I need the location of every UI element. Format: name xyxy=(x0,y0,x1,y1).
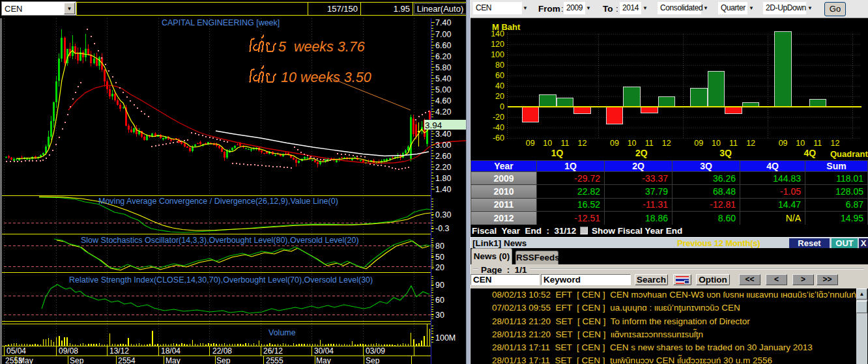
svg-text:3.00: 3.00 xyxy=(435,141,451,150)
svg-text:10 weeks 3.50: 10 weeks 3.50 xyxy=(281,70,371,85)
svg-text:2555: 2555 xyxy=(266,356,283,364)
svg-text:Sep: Sep xyxy=(366,356,380,364)
svg-text:11: 11 xyxy=(645,139,654,148)
svg-text:3.94: 3.94 xyxy=(425,120,442,130)
svg-text:11: 11 xyxy=(813,139,822,148)
svg-text:90: 90 xyxy=(435,281,444,290)
svg-text:6.20: 6.20 xyxy=(435,52,451,61)
svg-text:12: 12 xyxy=(578,139,587,148)
svg-text:2Q: 2Q xyxy=(635,148,648,158)
svg-text:09: 09 xyxy=(694,139,703,148)
svg-text:Relative Strength Index(CLOSE,: Relative Strength Index(CLOSE,14,30,70),… xyxy=(69,275,373,285)
svg-text:2.20: 2.20 xyxy=(435,163,451,172)
svg-text:12: 12 xyxy=(746,139,755,148)
svg-text:40: 40 xyxy=(495,81,504,91)
svg-text:M Baht: M Baht xyxy=(492,22,521,32)
svg-text:60: 60 xyxy=(495,71,504,80)
svg-text:11: 11 xyxy=(729,139,738,148)
svg-text:1.80: 1.80 xyxy=(435,174,451,183)
svg-text:3.40: 3.40 xyxy=(435,130,451,139)
svg-text:1Q: 1Q xyxy=(551,148,564,158)
svg-text:20: 20 xyxy=(435,263,444,272)
svg-text:5.40: 5.40 xyxy=(435,74,451,83)
svg-text:Sep: Sep xyxy=(216,356,231,364)
svg-text:-40: -40 xyxy=(493,123,504,132)
svg-text:7.40: 7.40 xyxy=(435,18,451,27)
svg-text:80: 80 xyxy=(435,242,444,251)
svg-text:09/08: 09/08 xyxy=(59,346,78,356)
svg-text:Slow Stochastics Oscillator(14: Slow Stochastics Oscillator(14,3,3),Over… xyxy=(81,236,359,245)
svg-text:May: May xyxy=(166,356,181,364)
svg-text:03/09: 03/09 xyxy=(366,346,385,356)
svg-text:Volume: Volume xyxy=(268,328,296,337)
svg-text:1.40: 1.40 xyxy=(435,185,451,194)
svg-text:6.60: 6.60 xyxy=(435,41,451,50)
svg-text:10: 10 xyxy=(628,139,637,148)
svg-text:26/12: 26/12 xyxy=(263,346,283,356)
svg-text:50: 50 xyxy=(435,253,444,262)
svg-text:May: May xyxy=(18,356,33,364)
svg-text:4Q: 4Q xyxy=(804,148,817,158)
svg-text:0.30: 0.30 xyxy=(435,210,451,219)
svg-text:-0.3: -0.3 xyxy=(435,224,450,233)
svg-text:CAPITAL ENGINEERING [week]: CAPITAL ENGINEERING [week] xyxy=(162,18,280,27)
svg-text:30/04: 30/04 xyxy=(314,346,334,356)
svg-text:09: 09 xyxy=(526,139,535,148)
svg-text:18/04: 18/04 xyxy=(161,346,181,356)
svg-text:2.60: 2.60 xyxy=(435,152,451,161)
svg-text:4.60: 4.60 xyxy=(435,96,451,105)
svg-text:22/08: 22/08 xyxy=(212,346,232,356)
svg-text:10: 10 xyxy=(796,139,805,148)
svg-text:5.80: 5.80 xyxy=(435,63,451,72)
svg-text:-20: -20 xyxy=(493,113,504,122)
svg-text:09: 09 xyxy=(610,139,619,148)
svg-text:0: 0 xyxy=(500,102,504,111)
svg-text:60: 60 xyxy=(435,296,444,305)
svg-text:10: 10 xyxy=(712,139,721,148)
svg-text:May: May xyxy=(316,356,331,364)
svg-text:7.00: 7.00 xyxy=(435,30,451,39)
svg-text:12: 12 xyxy=(830,139,839,148)
svg-text:05/04: 05/04 xyxy=(7,346,26,356)
svg-text:100M: 100M xyxy=(435,333,456,343)
svg-text:5 weeks 3.76: 5 weeks 3.76 xyxy=(278,39,365,55)
svg-text:2554: 2554 xyxy=(118,356,136,364)
svg-text:120: 120 xyxy=(491,40,504,49)
svg-text:-60: -60 xyxy=(493,133,504,143)
svg-text:10: 10 xyxy=(543,139,552,148)
svg-text:11: 11 xyxy=(560,139,569,148)
svg-text:30: 30 xyxy=(435,311,444,320)
svg-text:5.00: 5.00 xyxy=(435,85,451,94)
svg-text:3Q: 3Q xyxy=(719,148,732,158)
svg-text:80: 80 xyxy=(495,61,504,70)
svg-text:Quadrant: Quadrant xyxy=(830,149,868,159)
svg-text:13/12: 13/12 xyxy=(109,346,129,356)
svg-text:Moving Average Convergence / D: Moving Average Convergence / Divergence(… xyxy=(98,197,338,206)
svg-text:20: 20 xyxy=(495,92,504,101)
svg-text:4.20: 4.20 xyxy=(435,107,451,117)
svg-text:12: 12 xyxy=(662,139,671,148)
svg-text:Sep: Sep xyxy=(70,356,84,364)
svg-text:100: 100 xyxy=(491,50,504,59)
svg-text:09: 09 xyxy=(779,139,788,148)
